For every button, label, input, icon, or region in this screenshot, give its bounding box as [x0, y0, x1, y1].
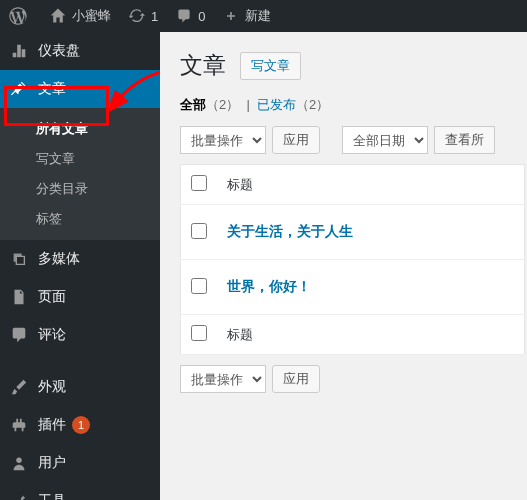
col-title-header[interactable]: 标题	[217, 165, 525, 205]
wordpress-icon	[8, 6, 28, 26]
table-row: 关于生活，关于人生	[181, 205, 525, 260]
submenu-categories[interactable]: 分类目录	[0, 174, 160, 204]
plugins-badge: 1	[72, 416, 90, 434]
post-title-link[interactable]: 世界，你好！	[227, 278, 311, 294]
comments-link[interactable]: 0	[174, 6, 205, 26]
admin-bar: 小蜜蜂 1 0 新建	[0, 0, 527, 32]
svg-point-0	[16, 458, 21, 463]
filter-published-count: （2）	[296, 97, 329, 112]
plus-icon	[221, 6, 241, 26]
submenu-new-post[interactable]: 写文章	[0, 144, 160, 174]
brush-icon	[8, 376, 30, 398]
bulk-action-select-top[interactable]: 批量操作	[180, 126, 266, 154]
plugin-icon	[8, 414, 30, 436]
user-icon	[8, 452, 30, 474]
bulk-action-select-bottom[interactable]: 批量操作	[180, 365, 266, 393]
content-area: 文章 写文章 全部（2） | 已发布（2） 批量操作 应用 全部日期 查看所 标…	[160, 32, 527, 500]
menu-appearance[interactable]: 外观	[0, 368, 160, 406]
menu-tools[interactable]: 工具	[0, 482, 160, 500]
update-icon	[127, 6, 147, 26]
row-checkbox[interactable]	[191, 223, 207, 239]
site-name: 小蜜蜂	[72, 7, 111, 25]
submenu-tags[interactable]: 标签	[0, 204, 160, 234]
col-title-footer[interactable]: 标题	[217, 315, 525, 355]
menu-label: 评论	[38, 326, 66, 344]
menu-label: 用户	[38, 454, 66, 472]
row-checkbox[interactable]	[191, 278, 207, 294]
select-all-bottom[interactable]	[191, 325, 207, 341]
menu-label: 仪表盘	[38, 42, 80, 60]
filter-all[interactable]: 全部	[180, 97, 206, 112]
media-icon	[8, 248, 30, 270]
updates-count: 1	[151, 9, 158, 24]
filter-published[interactable]: 已发布	[257, 97, 296, 112]
menu-dashboard[interactable]: 仪表盘	[0, 32, 160, 70]
home-icon	[48, 6, 68, 26]
menu-label: 多媒体	[38, 250, 80, 268]
menu-plugins[interactable]: 插件 1	[0, 406, 160, 444]
tablenav-bottom: 批量操作 应用	[180, 365, 525, 393]
admin-menu: 仪表盘 文章 所有文章 写文章 分类目录 标签 多媒体 页面 评论	[0, 32, 160, 500]
updates-link[interactable]: 1	[127, 6, 158, 26]
apply-button-bottom[interactable]: 应用	[272, 365, 320, 393]
tablenav-top: 批量操作 应用 全部日期 查看所	[180, 126, 525, 154]
site-link[interactable]: 小蜜蜂	[48, 6, 111, 26]
post-status-filters: 全部（2） | 已发布（2）	[180, 96, 525, 114]
menu-comments[interactable]: 评论	[0, 316, 160, 354]
menu-posts[interactable]: 文章	[0, 70, 160, 108]
comment-icon	[174, 6, 194, 26]
wp-logo[interactable]	[8, 6, 32, 26]
pin-icon	[8, 78, 30, 100]
menu-pages[interactable]: 页面	[0, 278, 160, 316]
menu-users[interactable]: 用户	[0, 444, 160, 482]
menu-label: 插件	[38, 416, 66, 434]
menu-label: 工具	[38, 492, 66, 500]
comments-count: 0	[198, 9, 205, 24]
view-all-button[interactable]: 查看所	[434, 126, 495, 154]
dashboard-icon	[8, 40, 30, 62]
page-icon	[8, 286, 30, 308]
comments-icon	[8, 324, 30, 346]
tools-icon	[8, 490, 30, 500]
date-filter-select[interactable]: 全部日期	[342, 126, 428, 154]
page-title: 文章	[180, 50, 226, 81]
new-content-link[interactable]: 新建	[221, 6, 271, 26]
apply-button-top[interactable]: 应用	[272, 126, 320, 154]
menu-label: 文章	[38, 80, 66, 98]
posts-table: 标题 关于生活，关于人生 世界，你好！ 标题	[180, 164, 525, 355]
new-label: 新建	[245, 7, 271, 25]
post-title-link[interactable]: 关于生活，关于人生	[227, 223, 353, 239]
menu-label: 页面	[38, 288, 66, 306]
select-all-top[interactable]	[191, 175, 207, 191]
submenu-all-posts[interactable]: 所有文章	[0, 114, 160, 144]
add-new-button[interactable]: 写文章	[240, 52, 301, 80]
menu-media[interactable]: 多媒体	[0, 240, 160, 278]
menu-label: 外观	[38, 378, 66, 396]
posts-submenu: 所有文章 写文章 分类目录 标签	[0, 108, 160, 240]
table-row: 世界，你好！	[181, 260, 525, 315]
filter-all-count: （2）	[206, 97, 239, 112]
